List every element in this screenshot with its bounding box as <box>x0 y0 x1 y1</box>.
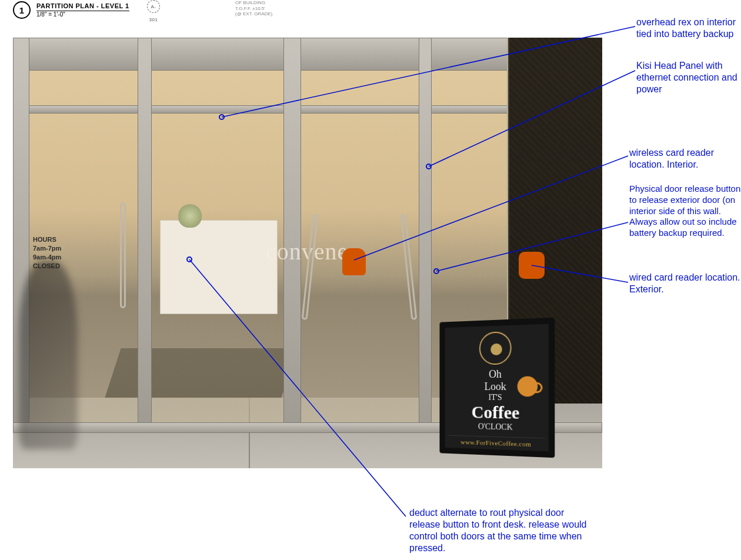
door-mullion <box>138 38 152 433</box>
plan-note-2: T.O.F.F. ±10.5' <box>235 6 272 12</box>
kisi-panel-marker <box>426 164 432 169</box>
annotation-front-desk-release: deduct alternate to rout physical door r… <box>409 507 598 554</box>
plan-title: PARTITION PLAN - LEVEL 1 <box>36 2 129 11</box>
wired-reader-marker <box>519 252 545 279</box>
annotation-kisi-panel: Kisi Head Panel with ethernet connection… <box>636 60 741 95</box>
plan-header: 1 PARTITION PLAN - LEVEL 1 1/8" = 1'-0" <box>13 1 129 19</box>
plan-scale: 1/8" = 1'-0" <box>36 11 129 18</box>
annotation-wired-reader: wired card reader location. Exterior. <box>629 272 741 295</box>
diagram-canvas: 1 PARTITION PLAN - LEVEL 1 1/8" = 1'-0" … <box>0 0 741 560</box>
annotation-overhead-rex: overhead rex on interior tied into batte… <box>636 16 741 40</box>
door-release-marker <box>433 268 439 274</box>
coffee-cup-icon <box>518 376 538 397</box>
aframe-url: www.ForFiveCoffee.com <box>448 435 545 448</box>
door-mullion <box>419 38 432 433</box>
hours-line: 9am-4pm <box>33 253 61 262</box>
hours-line: HOURS <box>33 235 61 244</box>
aframe-badge-icon <box>479 331 512 365</box>
plan-ref-bubble: A-301 <box>147 0 160 13</box>
plan-titles: PARTITION PLAN - LEVEL 1 1/8" = 1'-0" <box>36 2 129 17</box>
aframe-sign: Oh Look IT'S Coffee O'CLOCK www.ForFiveC… <box>436 320 554 455</box>
hours-line: 7am-7pm <box>33 244 61 253</box>
plan-number-circle: 1 <box>13 1 31 19</box>
annotation-wireless-reader: wireless card reader location. Interior. <box>629 147 741 171</box>
aframe-text: O'CLOCK <box>448 421 545 433</box>
overhead-rex-marker <box>219 114 225 120</box>
wireless-reader-marker <box>342 248 366 275</box>
front-desk-marker <box>186 256 192 262</box>
aframe-text: Coffee <box>448 402 545 423</box>
plan-note-1: OF BUILDING <box>235 0 272 6</box>
plan-note-3: (@ EXT. GRADE) <box>235 11 272 17</box>
pedestrian-blur <box>19 261 78 449</box>
plan-notes: OF BUILDING T.O.F.F. ±10.5' (@ EXT. GRAD… <box>235 0 272 17</box>
door-mullion <box>283 38 301 433</box>
aframe-board: Oh Look IT'S Coffee O'CLOCK www.ForFiveC… <box>439 318 555 458</box>
reception-desk <box>160 220 278 314</box>
door-handle <box>120 202 126 308</box>
storefront-photo: convene HOURS 7am-7pm 9am-4pm CLOSED Oh … <box>13 38 602 468</box>
annotation-door-release: Physical door release button to release … <box>629 184 741 239</box>
plan-ref: A-301 <box>147 0 160 13</box>
